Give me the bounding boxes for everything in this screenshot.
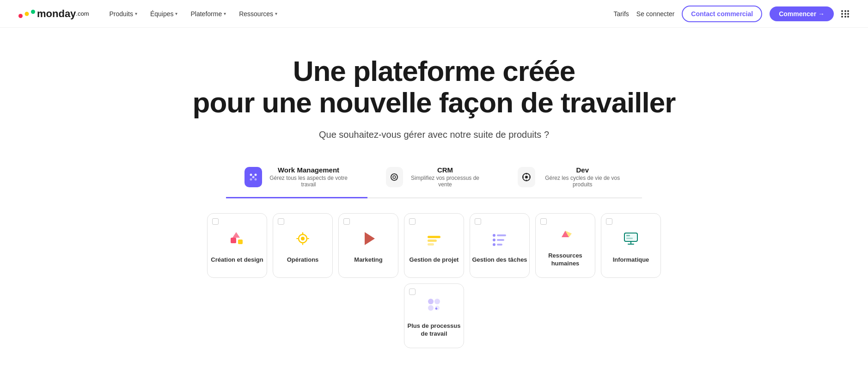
svg-rect-18 — [428, 240, 437, 242]
informatique-icon — [620, 227, 642, 250]
tab-dev[interactable]: Dev Gérez les cycles de vie de vos produ… — [499, 159, 642, 198]
dev-icon — [518, 167, 535, 187]
creation-icon — [226, 227, 248, 250]
svg-point-14 — [301, 237, 305, 240]
hero-section: Une plateforme créée pour une nouvelle f… — [0, 28, 868, 377]
logo-com: .com — [76, 10, 89, 17]
hero-subtitle: Que souhaitez-vous gérer avec notre suit… — [18, 129, 850, 140]
creation-label: Création et design — [211, 256, 263, 264]
chevron-down-icon: ▾ — [275, 11, 277, 16]
tab-crm[interactable]: CRM Simplifiez vos processus de vente — [367, 159, 499, 198]
chevron-down-icon: ▾ — [224, 11, 226, 16]
svg-marker-16 — [365, 232, 375, 245]
card-checkbox-plus[interactable] — [409, 289, 416, 295]
gestion-projet-icon — [423, 227, 445, 250]
svg-point-34 — [428, 305, 434, 311]
cta-section: Commencer → Aucun moyen de paiement néce… — [0, 377, 868, 381]
logo-icon — [18, 8, 35, 19]
tab-work-management[interactable]: Work Management Gérez tous les aspects d… — [226, 159, 367, 198]
svg-rect-30 — [626, 235, 630, 236]
svg-point-7 — [250, 178, 252, 180]
svg-rect-23 — [497, 239, 504, 241]
svg-rect-31 — [626, 238, 633, 239]
gestion-taches-icon — [489, 227, 511, 250]
svg-rect-25 — [497, 244, 502, 246]
apps-grid-icon[interactable] — [841, 10, 850, 18]
svg-point-22 — [493, 239, 495, 241]
nav-produits[interactable]: Produits ▾ — [104, 7, 143, 20]
category-operations[interactable]: Opérations — [273, 213, 333, 278]
svg-point-0 — [18, 14, 23, 18]
svg-point-3 — [250, 173, 252, 176]
gestion-taches-label: Gestion des tâches — [472, 256, 527, 264]
navbar: monday.com Produits ▾ Équipes ▾ Platefor… — [0, 0, 868, 28]
svg-point-9 — [525, 176, 528, 178]
crm-info: CRM Simplifiez vos processus de vente — [410, 166, 481, 188]
work-management-info: Work Management Gérez tous les aspects d… — [269, 166, 349, 188]
svg-rect-10 — [231, 238, 236, 243]
category-gestion-projet[interactable]: Gestion de projet — [404, 213, 464, 278]
card-checkbox-marketing[interactable] — [343, 218, 350, 225]
nav-links: Produits ▾ Équipes ▾ Plateforme ▾ Ressou… — [104, 7, 614, 20]
category-rh[interactable]: Ressources humaines — [535, 213, 595, 278]
card-checkbox-creation[interactable] — [212, 218, 219, 225]
category-gestion-taches[interactable]: Gestion des tâches — [470, 213, 530, 278]
svg-point-24 — [493, 243, 495, 246]
card-checkbox-gestion-taches[interactable] — [475, 218, 481, 225]
rh-label: Ressources humaines — [536, 252, 595, 268]
chevron-down-icon: ▾ — [135, 11, 137, 16]
svg-rect-21 — [497, 234, 506, 236]
card-checkbox-gestion-projet[interactable] — [409, 218, 416, 225]
svg-rect-17 — [428, 236, 440, 238]
svg-point-15 — [302, 233, 304, 235]
crm-icon — [386, 167, 403, 187]
tarifs-link[interactable]: Tarifs — [613, 10, 629, 18]
dev-info: Dev Gérez les cycles de vie de vos produ… — [542, 166, 623, 188]
nav-ressources[interactable]: Ressources ▾ — [233, 7, 283, 20]
start-button-nav[interactable]: Commencer → — [770, 6, 834, 21]
category-cards: Création et design Opérations — [157, 198, 711, 363]
card-checkbox-operations[interactable] — [278, 218, 284, 225]
hero-title: Une plateforme créée pour une nouvelle f… — [18, 55, 850, 118]
nav-right: Tarifs Se connecter Contact commercial C… — [613, 6, 850, 22]
svg-point-5 — [254, 173, 257, 176]
work-management-icon — [245, 167, 262, 187]
svg-marker-11 — [232, 232, 240, 238]
gestion-projet-label: Gestion de projet — [410, 256, 459, 264]
operations-icon — [292, 227, 314, 250]
logo-text: monday — [37, 8, 76, 20]
svg-point-2 — [31, 10, 35, 14]
svg-point-1 — [25, 12, 29, 16]
category-creation[interactable]: Création et design — [207, 213, 267, 278]
plus-label: Plus de processus de travail — [404, 322, 464, 338]
operations-label: Opérations — [287, 256, 319, 264]
login-link[interactable]: Se connecter — [636, 10, 675, 18]
category-marketing[interactable]: Marketing — [338, 213, 398, 278]
svg-point-33 — [434, 299, 440, 304]
chevron-down-icon: ▾ — [175, 11, 177, 16]
svg-point-6 — [254, 178, 257, 180]
svg-point-32 — [428, 299, 434, 304]
category-plus[interactable]: + Plus de processus de travail — [404, 283, 464, 348]
rh-icon — [554, 223, 576, 246]
card-checkbox-rh[interactable] — [540, 218, 547, 225]
nav-equipes[interactable]: Équipes ▾ — [145, 7, 183, 20]
svg-point-4 — [252, 176, 254, 178]
logo[interactable]: monday.com — [18, 8, 89, 20]
svg-rect-12 — [238, 240, 243, 244]
informatique-label: Informatique — [613, 256, 649, 264]
marketing-icon — [357, 227, 379, 250]
svg-rect-19 — [428, 243, 434, 246]
svg-point-20 — [493, 234, 495, 237]
marketing-label: Marketing — [354, 256, 382, 264]
nav-plateforme[interactable]: Plateforme ▾ — [185, 7, 232, 20]
card-checkbox-informatique[interactable] — [606, 218, 612, 225]
plus-icon: + — [423, 294, 445, 316]
svg-text:+: + — [435, 306, 438, 311]
product-tabs: Work Management Gérez tous les aspects d… — [226, 159, 642, 198]
category-informatique[interactable]: Informatique — [601, 213, 661, 278]
contact-commercial-button[interactable]: Contact commercial — [682, 6, 762, 22]
